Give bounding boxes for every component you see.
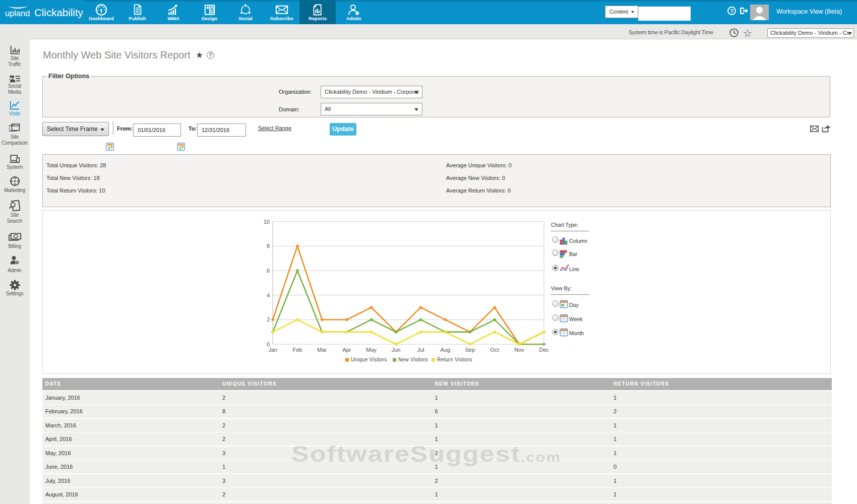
svg-text:Apr: Apr [342, 347, 351, 353]
svg-text:New Visitors: New Visitors [398, 357, 428, 362]
svg-text:Jul: Jul [417, 347, 424, 353]
svg-text:4: 4 [267, 292, 270, 298]
svg-text:Jan: Jan [268, 347, 277, 353]
svg-text:Nov: Nov [514, 347, 524, 353]
svg-text:Oct: Oct [491, 347, 499, 353]
svg-text:Jun: Jun [392, 347, 401, 353]
svg-text:Feb: Feb [292, 347, 302, 353]
svg-text:Aug: Aug [441, 347, 451, 353]
svg-text:May: May [366, 347, 377, 353]
svg-text:10: 10 [563, 304, 566, 307]
svg-text:Dec: Dec [539, 347, 549, 353]
svg-text:Sep: Sep [465, 347, 475, 353]
svg-text:8: 8 [267, 243, 270, 249]
svg-text:?: ? [730, 8, 733, 14]
svg-text:10: 10 [264, 219, 270, 225]
svg-text:2: 2 [267, 317, 270, 323]
svg-text:Unique Visitors: Unique Visitors [351, 357, 387, 362]
svg-text:Return Visitors: Return Visitors [437, 357, 472, 362]
svg-text:Mar: Mar [317, 347, 327, 353]
svg-text:6: 6 [267, 268, 270, 274]
